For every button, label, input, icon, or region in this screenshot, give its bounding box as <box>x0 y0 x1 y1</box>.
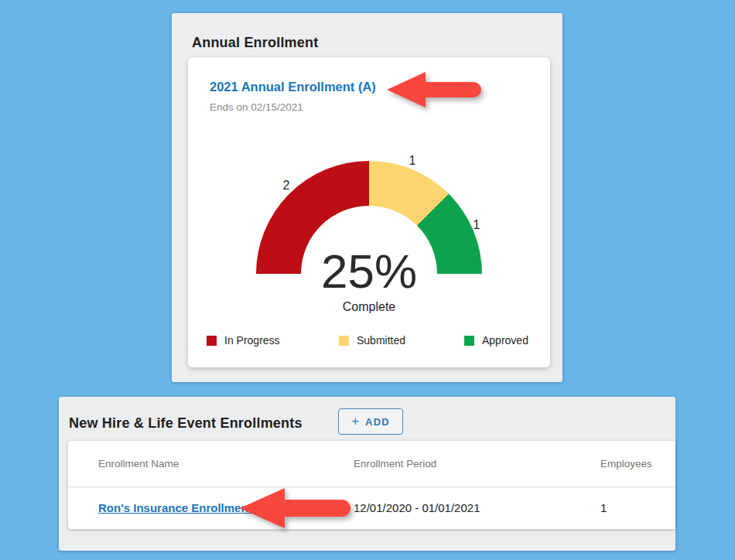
annual-enrollment-plan-card: 2021 Annual Enrollment (A) Ends on 02/15… <box>188 57 550 367</box>
legend-label-in-progress: In Progress <box>224 334 280 347</box>
legend-label-submitted: Submitted <box>357 334 405 347</box>
gauge-label-approved: 1 <box>468 218 485 232</box>
employees-count-cell: 1 <box>600 501 647 514</box>
column-header-enrollment-period: Enrollment Period <box>354 458 600 470</box>
table-header-row: Enrollment Name Enrollment Period Employ… <box>68 441 675 487</box>
plan-end-date-text: Ends on 02/15/2021 <box>210 101 303 113</box>
enrollments-table: Enrollment Name Enrollment Period Employ… <box>68 441 675 529</box>
enrollment-row-link[interactable]: Ron's Insurance Enrollment <box>98 501 252 514</box>
annual-enrollment-card-title: Annual Enrollment <box>192 35 318 51</box>
page-background: { "annual": { "title": "Annual Enrollmen… <box>0 0 735 560</box>
legend-swatch-approved <box>464 336 474 346</box>
legend-item-approved: Approved <box>464 334 528 347</box>
legend-item-in-progress: In Progress <box>207 334 280 347</box>
column-header-employees: Employees <box>600 458 652 470</box>
legend-swatch-submitted <box>339 336 349 346</box>
legend-item-submitted: Submitted <box>339 334 405 347</box>
new-hire-card-title: New Hire & Life Event Enrollments <box>69 415 303 432</box>
add-button-label: ADD <box>365 416 390 428</box>
plus-icon: + <box>351 414 359 429</box>
gauge-caption: Complete <box>188 300 550 314</box>
annual-enrollment-card: Annual Enrollment 2021 Annual Enrollment… <box>172 13 562 382</box>
annotation-arrow-icon <box>387 72 481 108</box>
gauge-label-submitted: 1 <box>404 154 421 168</box>
add-enrollment-button[interactable]: + ADD <box>338 408 403 435</box>
legend-label-approved: Approved <box>482 334 528 347</box>
gauge-percent-complete: 25% <box>188 248 550 295</box>
annual-enrollment-plan-link[interactable]: 2021 Annual Enrollment (A) <box>210 80 376 94</box>
arrow-head <box>387 72 426 108</box>
new-hire-life-event-card: New Hire & Life Event Enrollments + ADD … <box>59 397 675 551</box>
column-header-enrollment-name: Enrollment Name <box>98 458 354 470</box>
arrow-shaft <box>426 82 481 97</box>
legend-swatch-in-progress <box>207 336 217 346</box>
gauge-label-in-progress: 2 <box>278 179 295 193</box>
table-row[interactable]: Ron's Insurance Enrollment 12/01/2020 - … <box>68 487 675 528</box>
enrollment-period-cell: 12/01/2020 - 01/01/2021 <box>354 501 600 514</box>
